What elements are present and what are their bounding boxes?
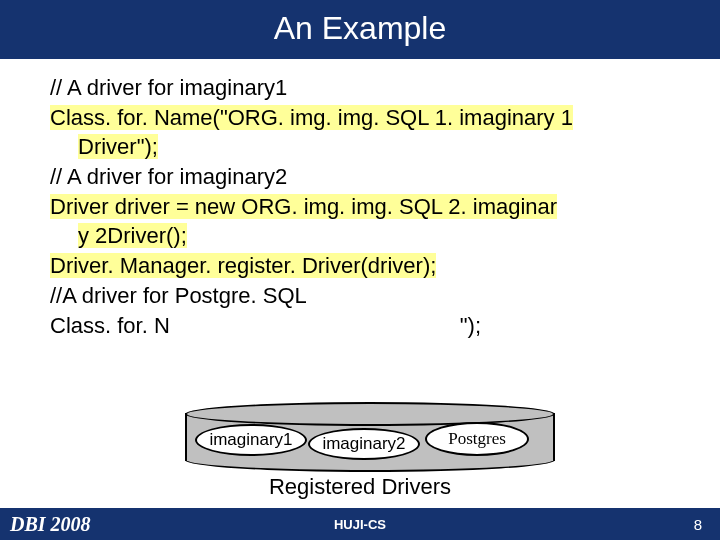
cylinder-top — [185, 402, 555, 426]
drivers-caption: Registered Drivers — [0, 474, 720, 500]
footer-center: HUJI-CS — [0, 517, 720, 532]
code-comment-3: //A driver for Postgre. SQL — [50, 281, 670, 311]
code-line-4b: y 2Driver(); — [50, 221, 670, 251]
driver-bubble-imaginary2: imaginary2 — [308, 428, 420, 460]
code-hl-3: Driver. Manager. register. Driver(driver… — [50, 253, 436, 278]
code-line-5: Driver. Manager. register. Driver(driver… — [50, 251, 670, 281]
code-hl-1: Class. for. Name("ORG. img. img. SQL 1. … — [50, 105, 573, 130]
slide-footer: DBI 2008 HUJI-CS 8 — [0, 508, 720, 540]
code-comment-2: // A driver for imaginary2 — [50, 162, 670, 192]
code-hl-2: Driver driver = new ORG. img. img. SQL 2… — [50, 194, 557, 219]
slide-body: // A driver for imaginary1 Class. for. N… — [0, 59, 720, 340]
code-line-7: Class. for. N"); — [50, 311, 670, 341]
code-text-7a: Class. for. N — [50, 313, 170, 338]
driver-bubble-postgres: Postgres — [425, 422, 529, 456]
driver-bubble-imaginary1: imaginary1 — [195, 424, 307, 456]
code-line-4: Driver driver = new ORG. img. img. SQL 2… — [50, 192, 670, 222]
footer-page-number: 8 — [694, 516, 702, 533]
code-text-7b: "); — [460, 313, 481, 338]
code-line-2b: Driver"); — [50, 132, 670, 162]
code-line-2: Class. for. Name("ORG. img. img. SQL 1. … — [50, 103, 670, 133]
code-hl-2b: y 2Driver(); — [78, 223, 187, 248]
slide-title: An Example — [0, 0, 720, 59]
code-comment-1: // A driver for imaginary1 — [50, 73, 670, 103]
code-hl-1b: Driver"); — [78, 134, 158, 159]
